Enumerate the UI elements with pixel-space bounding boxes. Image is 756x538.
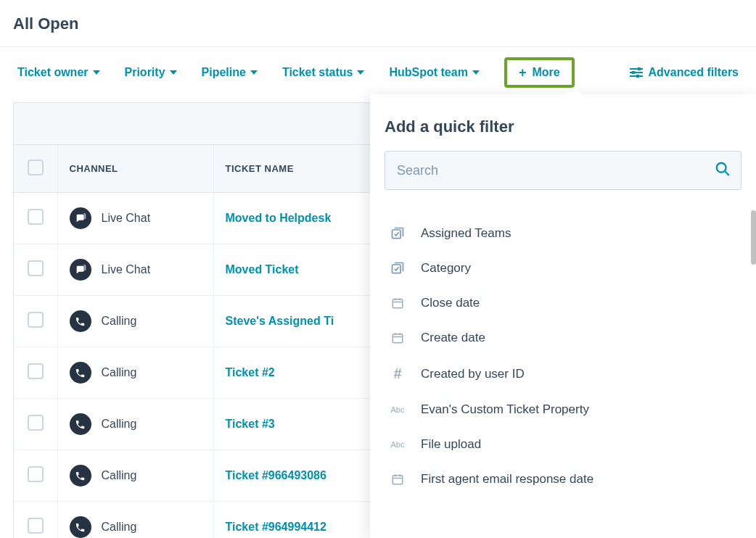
row-checkbox[interactable] (28, 518, 44, 534)
filter-ticket-owner[interactable]: Ticket owner (17, 66, 100, 79)
chat-icon (70, 259, 91, 281)
quick-filter-option-label: Create date (421, 331, 485, 345)
svg-rect-9 (393, 265, 401, 273)
quick-filter-option[interactable]: First agent email response date (385, 462, 741, 497)
quick-filter-option-label: Evan's Custom Ticket Property (421, 402, 589, 417)
ticket-name-link[interactable]: Ticket #966493086 (226, 469, 326, 481)
channel-label: Calling (102, 366, 137, 379)
date-icon (389, 331, 406, 344)
quick-filter-option[interactable]: AbcEvan's Custom Ticket Property (385, 392, 741, 427)
row-checkbox[interactable] (28, 260, 44, 276)
quick-filter-option[interactable]: Create date (385, 320, 741, 355)
channel-label: Live Chat (102, 212, 151, 225)
quick-filter-search[interactable] (385, 151, 741, 190)
channel-cell: Calling (57, 399, 213, 450)
quick-filter-option[interactable]: Assigned Teams (385, 216, 741, 251)
ticket-name-link[interactable]: Ticket #964994412 (226, 521, 326, 533)
column-channel[interactable]: Channel (57, 145, 213, 193)
row-checkbox-cell (14, 193, 57, 244)
ticket-name-link[interactable]: Ticket #3 (226, 418, 275, 430)
scrollbar-thumb[interactable] (751, 210, 756, 265)
advanced-filters-button[interactable]: Advanced filters (630, 66, 739, 79)
channel-label: Calling (102, 418, 137, 431)
quick-filter-option[interactable]: AbcFile upload (385, 427, 741, 462)
svg-rect-3 (638, 67, 641, 70)
row-checkbox-cell (14, 502, 57, 539)
filter-priority[interactable]: Priority (125, 66, 177, 79)
phone-icon (70, 310, 91, 332)
filter-label: Ticket owner (17, 66, 89, 79)
abc-icon: Abc (389, 440, 406, 449)
popover-title: Add a quick filter (385, 117, 741, 136)
channel-cell: Live Chat (57, 193, 213, 244)
quick-filter-option-label: Close date (421, 296, 480, 310)
advanced-filters-label: Advanced filters (649, 66, 739, 79)
channel-cell: Calling (57, 347, 213, 399)
chat-icon (70, 207, 91, 229)
ticket-name-link[interactable]: Steve's Assigned Ti (226, 315, 334, 327)
quick-filter-option[interactable]: Close date (385, 286, 741, 320)
row-checkbox[interactable] (28, 209, 44, 225)
chevron-down-icon (170, 70, 177, 75)
channel-label: Calling (102, 315, 137, 328)
phone-icon (70, 516, 91, 538)
row-checkbox-cell (14, 244, 57, 296)
hash-icon: # (389, 365, 406, 382)
channel-cell: Calling (57, 450, 213, 502)
ticket-name-link[interactable]: Moved Ticket (226, 263, 299, 276)
more-label: More (532, 66, 559, 79)
date-icon (389, 297, 406, 310)
quick-filter-option-label: First agent email response date (421, 472, 593, 487)
row-checkbox[interactable] (28, 312, 44, 328)
multiselect-icon (389, 261, 406, 276)
filter-ticket-status[interactable]: Ticket status (282, 66, 365, 79)
filter-label: Priority (125, 66, 165, 79)
channel-label: Live Chat (102, 263, 151, 276)
chevron-down-icon (93, 70, 100, 75)
svg-rect-18 (393, 476, 403, 484)
filter-pipeline[interactable]: Pipeline (202, 66, 258, 79)
phone-icon (70, 413, 91, 435)
filter-label: HubSpot team (389, 66, 467, 79)
svg-rect-8 (393, 230, 401, 239)
filter-hubspot-team[interactable]: HubSpot team (389, 66, 479, 79)
date-icon (389, 473, 406, 486)
ticket-name-link[interactable]: Moved to Helpdesk (226, 212, 332, 224)
row-checkbox-cell (14, 450, 57, 502)
quick-filter-option-label: File upload (421, 437, 481, 452)
phone-icon (70, 362, 91, 384)
abc-icon: Abc (389, 405, 406, 414)
svg-line-7 (725, 171, 728, 175)
row-checkbox[interactable] (28, 363, 44, 379)
channel-label: Calling (102, 521, 137, 534)
row-checkbox[interactable] (28, 466, 44, 482)
quick-filter-option[interactable]: #Created by user ID (385, 355, 741, 392)
channel-label: Calling (102, 469, 137, 482)
phone-icon (70, 465, 91, 487)
multiselect-icon (389, 226, 406, 241)
select-all-header (14, 145, 57, 193)
channel-cell: Calling (57, 502, 213, 539)
svg-rect-10 (393, 299, 403, 308)
quick-filter-option-label: Assigned Teams (421, 226, 511, 241)
chevron-down-icon (472, 70, 480, 75)
row-checkbox[interactable] (28, 415, 44, 431)
more-filters-button[interactable]: + More (504, 57, 575, 88)
channel-cell: Calling (57, 296, 213, 347)
quick-filter-option[interactable]: Category (385, 251, 741, 286)
sliders-icon (630, 67, 643, 78)
ticket-name-link[interactable]: Ticket #2 (226, 366, 275, 378)
chevron-down-icon (250, 70, 258, 75)
row-checkbox-cell (14, 347, 57, 399)
chevron-down-icon (357, 70, 364, 75)
svg-rect-14 (393, 334, 403, 343)
search-input[interactable] (395, 162, 715, 179)
channel-cell: Live Chat (57, 244, 213, 296)
row-checkbox-cell (14, 399, 57, 450)
filter-label: Ticket status (282, 66, 353, 79)
svg-rect-5 (636, 75, 639, 78)
row-checkbox-cell (14, 296, 57, 347)
page-title: All Open (13, 15, 743, 33)
svg-rect-4 (632, 71, 635, 74)
select-all-checkbox[interactable] (28, 160, 44, 175)
